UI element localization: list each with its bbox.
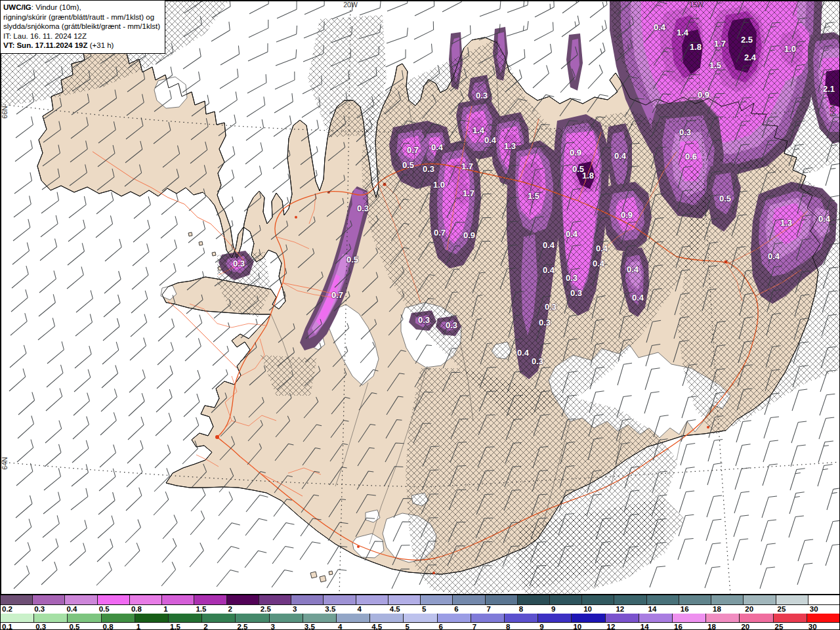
legend-cell <box>438 614 471 622</box>
legend-cell <box>1 614 34 622</box>
graticule-label: 15W <box>689 1 704 9</box>
precip-label: 0.3 <box>423 164 434 174</box>
precip-label: 1.0 <box>433 180 445 190</box>
legend-cell <box>711 595 744 604</box>
rain-scale-bar <box>1 614 840 623</box>
legend-cell <box>740 614 773 622</box>
legend-cell <box>776 595 808 604</box>
legend-tick-label: 2 <box>228 605 232 613</box>
precip-label: 1.0 <box>784 44 796 54</box>
legend-tick-label: 9 <box>539 623 543 630</box>
town-dot <box>357 545 360 548</box>
island <box>310 572 317 578</box>
island <box>320 576 326 582</box>
legend-cell <box>486 595 518 604</box>
precip-label: 0.4 <box>596 243 608 253</box>
precip-label: 0.3 <box>446 320 457 330</box>
legend-tick-label: 4.5 <box>390 605 400 613</box>
graticule-label: 66N <box>829 104 837 116</box>
legend-cell <box>370 614 404 622</box>
title-line-2: rigning/skúrir (grænt/blátt/rautt - mm/1… <box>3 12 161 22</box>
legend-tick-label: 30 <box>810 605 818 613</box>
legend-cell <box>471 614 505 622</box>
legend-cell <box>807 614 840 622</box>
legend-cell <box>227 595 259 604</box>
precipitation-legend: 0.20.30.40.50.811.522.533.544.5567891012… <box>1 595 840 630</box>
legend-tick-label: 3.5 <box>325 605 335 613</box>
precip-label: 0.3 <box>539 318 551 327</box>
precip-label: 1.5 <box>528 191 539 201</box>
legend-tick-label: 20 <box>745 605 753 613</box>
legend-tick-label: 0.2 <box>2 605 12 613</box>
legend-tick-label: 3 <box>271 623 275 630</box>
precip-label: 0.9 <box>621 210 633 220</box>
legend-tick-label: 0.3 <box>35 623 46 630</box>
legend-cell <box>673 614 706 622</box>
precip-label: 0.3 <box>679 127 691 137</box>
precip-label: 1.7 <box>714 39 726 49</box>
legend-tick-label: 4.5 <box>371 623 382 630</box>
precip-label: 0.3 <box>566 273 578 283</box>
title-line-3: slydda/snjókoma (grátt/bleikt/grænt - mm… <box>3 22 161 32</box>
legend-cell <box>303 614 337 622</box>
legend-cell <box>169 614 202 622</box>
legend-cell <box>505 614 538 622</box>
legend-tick-label: 2 <box>203 623 207 630</box>
legend-tick-label: 0.5 <box>99 605 110 613</box>
legend-cell <box>550 595 582 604</box>
precip-label: 0.7 <box>407 145 419 155</box>
legend-cell <box>34 614 68 622</box>
legend-tick-label: 1.5 <box>170 623 180 630</box>
graticule-label: 64N <box>1 457 9 469</box>
legend-tick-label: 0.4 <box>66 605 77 613</box>
precip-label: 0.4 <box>431 142 444 152</box>
precip-label: 0.3 <box>357 203 369 213</box>
legend-tick-label: 4 <box>358 605 362 613</box>
precip-label: 0.4 <box>818 214 831 224</box>
precip-label: 0.4 <box>593 259 605 268</box>
legend-tick-label: 10 <box>573 623 581 630</box>
precip-label: 0.7 <box>434 228 446 238</box>
legend-cell <box>270 614 303 622</box>
legend-cell <box>518 595 550 604</box>
legend-cell <box>453 595 485 604</box>
legend-cell <box>606 614 639 622</box>
title-line-1: UWC/IG: Vindur (10m), <box>3 3 161 12</box>
legend-tick-label: 9 <box>551 605 555 613</box>
legend-tick-label: 4 <box>338 623 342 630</box>
legend-cell <box>194 595 226 604</box>
legend-cell <box>324 595 356 604</box>
town-dot <box>295 216 297 219</box>
legend-cell <box>706 614 740 622</box>
precip-label: 0.5 <box>346 255 358 264</box>
legend-cell <box>291 595 324 604</box>
precip-label: 0.3 <box>233 259 245 268</box>
precip-label: 1.7 <box>461 161 473 171</box>
legend-cell <box>421 595 453 604</box>
legend-tick-label: 0.3 <box>34 605 45 613</box>
legend-tick-label: 0.8 <box>131 605 142 613</box>
legend-tick-label: 0.5 <box>69 623 79 630</box>
precip-label: 1.3 <box>780 218 792 228</box>
precip-label: 0.6 <box>685 152 697 161</box>
legend-tick-label: 20 <box>741 623 749 630</box>
precip-label: 0.9 <box>698 90 709 100</box>
legend-cell <box>388 595 421 604</box>
legend-cell <box>808 595 840 604</box>
legend-cell <box>33 595 65 604</box>
precip-label: 0.4 <box>543 240 555 250</box>
precip-label: 1.4 <box>472 125 485 135</box>
legend-cell <box>744 595 776 604</box>
legend-tick-label: 16 <box>674 623 682 630</box>
precip-label: 2.5 <box>741 35 753 45</box>
legend-tick-label: 7 <box>472 623 476 630</box>
legend-tick-label: 12 <box>616 605 624 613</box>
legend-tick-label: 8 <box>506 623 510 630</box>
legend-cell <box>774 614 807 622</box>
precip-label: 2.4 <box>744 52 757 62</box>
precip-label: 0.3 <box>418 315 430 325</box>
graticule-label: 20W <box>343 1 358 9</box>
legend-cell <box>404 614 437 622</box>
legend-cell <box>135 614 169 622</box>
precip-label: 1.5 <box>709 60 721 70</box>
